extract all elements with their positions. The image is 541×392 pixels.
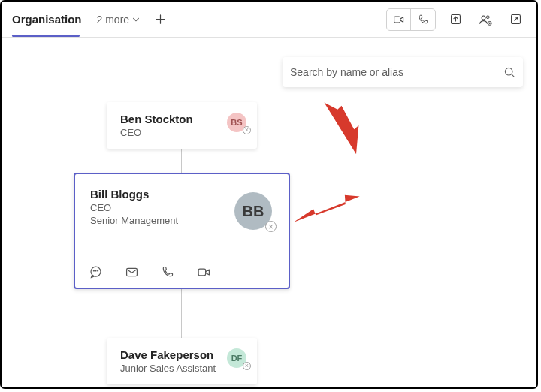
- video-call-button[interactable]: [387, 9, 411, 30]
- video-action-button[interactable]: [195, 264, 212, 280]
- org-connector-line: [181, 324, 182, 338]
- svg-rect-9: [198, 269, 206, 276]
- tabs-more-label: 2 more: [97, 14, 130, 26]
- header-bar: Organisation 2 more: [2, 2, 536, 38]
- org-card-manager[interactable]: Ben Stockton CEO BS: [107, 102, 257, 149]
- svg-point-7: [91, 267, 101, 276]
- divider: [75, 255, 289, 255]
- org-search-input[interactable]: [290, 66, 503, 78]
- org-connector-line: [181, 149, 182, 173]
- svg-point-2: [482, 16, 485, 20]
- svg-point-6: [505, 68, 512, 75]
- tab-organisation[interactable]: Organisation: [12, 4, 82, 35]
- person-title: Junior Sales Assistant: [120, 363, 243, 374]
- tabs-more[interactable]: 2 more: [97, 14, 141, 26]
- presence-indicator: [243, 362, 251, 370]
- presence-indicator: [243, 126, 251, 134]
- org-connector-line: [6, 324, 532, 324]
- add-people-button[interactable]: [475, 9, 496, 30]
- audio-call-button[interactable]: [411, 9, 435, 30]
- active-tab-underline: [12, 35, 80, 37]
- annotation-arrow: [321, 90, 388, 158]
- svg-rect-8: [126, 268, 137, 276]
- person-name: Dave Fakeperson: [120, 348, 243, 361]
- add-tab-button[interactable]: [155, 14, 166, 25]
- org-search-box[interactable]: [283, 57, 523, 87]
- org-card-report[interactable]: Dave Fakeperson Junior Sales Assistant D…: [107, 338, 257, 384]
- presence-indicator: [265, 221, 277, 232]
- share-to-teams-button[interactable]: [445, 9, 466, 30]
- svg-point-3: [486, 15, 489, 18]
- org-card-selected[interactable]: Bill Bloggs CEO Senior Management BB: [74, 173, 290, 289]
- call-action-button[interactable]: [159, 264, 176, 280]
- person-title: CEO: [120, 127, 243, 138]
- popout-button[interactable]: [505, 9, 526, 30]
- org-connector-line: [181, 289, 182, 324]
- chevron-down-icon: [132, 16, 140, 23]
- person-name: Ben Stockton: [120, 113, 243, 125]
- header-actions: [386, 8, 526, 31]
- search-icon: [503, 66, 515, 78]
- annotation-arrow: [291, 180, 366, 240]
- email-action-button[interactable]: [123, 264, 140, 280]
- chat-action-button[interactable]: [87, 264, 104, 280]
- svg-rect-0: [394, 17, 400, 23]
